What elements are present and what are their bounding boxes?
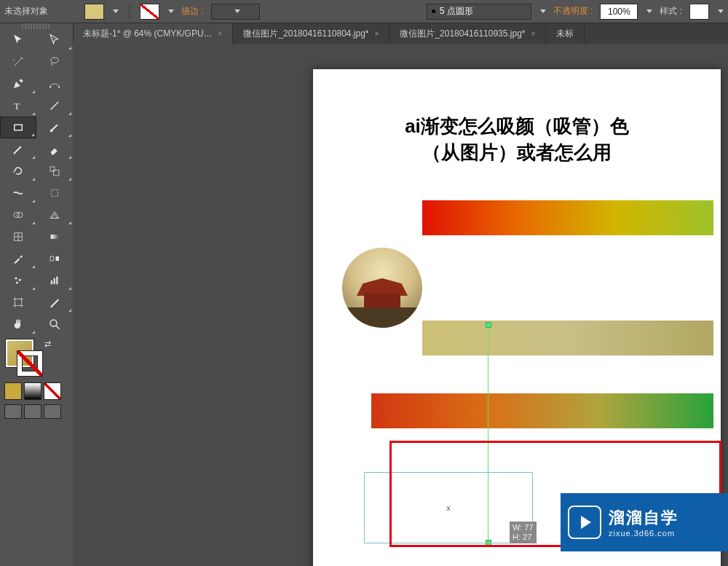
gradient-bar-1[interactable] <box>422 200 713 235</box>
svg-line-23 <box>56 326 60 329</box>
artwork-title: ai渐变怎么吸颜（吸管）色 （从图片）或者怎么用 <box>313 113 721 166</box>
artboard[interactable]: ai渐变怎么吸颜（吸管）色 （从图片）或者怎么用 x W: 77 H: 27 <box>313 69 721 566</box>
color-mode-none[interactable] <box>44 382 61 400</box>
tab-image-1[interactable]: 微信图片_20180416110804.jpg* × <box>233 23 389 44</box>
toolbox-panel: T ⇄ <box>0 23 74 566</box>
tab-image-2[interactable]: 微信图片_20180416110935.jpg* × <box>389 23 546 44</box>
tab-overflow[interactable]: 未标 <box>546 23 585 44</box>
opacity-arrow-icon[interactable] <box>646 9 652 13</box>
draw-inside[interactable] <box>44 404 61 419</box>
svg-point-16 <box>19 279 21 281</box>
pen-tool[interactable] <box>0 73 36 95</box>
svg-rect-20 <box>56 277 58 285</box>
watermark-url: zixue.3d66.com <box>609 529 678 538</box>
selection-tool[interactable] <box>0 29 36 51</box>
annotation-arrow-icon <box>73 44 291 153</box>
gradient-tool[interactable] <box>36 226 73 248</box>
column-graph-tool[interactable] <box>36 270 73 291</box>
fill-swatch[interactable] <box>84 4 104 20</box>
swap-fill-stroke-icon[interactable]: ⇄ <box>44 339 51 349</box>
paintbrush-tool[interactable] <box>36 117 73 138</box>
svg-point-10 <box>17 212 23 218</box>
artboard-tool[interactable] <box>0 291 36 313</box>
blend-tool[interactable] <box>36 248 73 270</box>
svg-rect-14 <box>56 256 60 261</box>
close-icon[interactable]: × <box>375 30 379 38</box>
svg-rect-5 <box>15 125 23 130</box>
svg-point-0 <box>51 58 59 63</box>
style-arrow-icon[interactable] <box>718 9 724 13</box>
fill-menu-arrow-icon[interactable] <box>113 9 119 13</box>
svg-point-2 <box>58 86 60 87</box>
zoom-tool[interactable] <box>36 313 73 335</box>
svg-rect-21 <box>15 299 22 306</box>
draw-behind[interactable] <box>24 404 41 419</box>
svg-line-4 <box>51 102 59 110</box>
control-bar: 未选择对象 描边 : 5 点圆形 不透明度 : 100% 样式 : <box>0 0 728 23</box>
color-mode-row <box>0 380 73 403</box>
stroke-box[interactable] <box>17 351 42 376</box>
mesh-tool[interactable] <box>0 226 36 248</box>
tab-label: 微信图片_20180416110935.jpg* <box>400 28 525 40</box>
dimension-tooltip: W: 77 H: 27 <box>510 522 537 543</box>
lasso-tool[interactable] <box>36 51 73 73</box>
fill-stroke-indicator[interactable]: ⇄ <box>6 339 67 380</box>
draw-normal[interactable] <box>4 404 22 419</box>
brush-menu-arrow-icon[interactable] <box>540 9 546 13</box>
tab-label: 未标 <box>556 28 574 40</box>
svg-point-15 <box>15 278 17 280</box>
svg-rect-13 <box>50 256 54 261</box>
slice-tool[interactable] <box>36 291 73 313</box>
anchor-mark-icon: x <box>446 503 451 512</box>
close-icon[interactable]: × <box>531 30 535 38</box>
svg-rect-12 <box>51 235 59 239</box>
perspective-grid-tool[interactable] <box>36 204 73 226</box>
stroke-weight-input[interactable] <box>211 4 260 20</box>
selection-status: 未选择对象 <box>4 5 48 17</box>
shape-builder-tool[interactable] <box>0 204 36 226</box>
stroke-weight-stepper-icon[interactable] <box>234 9 240 13</box>
drawing-rectangle[interactable]: x <box>364 472 533 543</box>
style-swatch[interactable] <box>689 4 709 20</box>
canvas[interactable]: ai渐变怎么吸颜（吸管）色 （从图片）或者怎么用 x W: 77 H: 27 <box>73 44 728 566</box>
close-icon[interactable]: × <box>218 30 223 38</box>
stroke-label: 描边 : <box>181 5 204 17</box>
opacity-input[interactable]: 100% <box>600 4 638 20</box>
tab-untitled-1[interactable]: 未标题-1* @ 64% (CMYK/GPU… × <box>73 23 233 44</box>
hand-tool[interactable] <box>0 313 36 335</box>
direct-selection-tool[interactable] <box>36 29 73 51</box>
free-transform-tool[interactable] <box>36 182 73 204</box>
watermark-title: 溜溜自学 <box>609 507 678 529</box>
gradient-bar-3[interactable] <box>371 393 713 428</box>
stroke-swatch[interactable] <box>140 4 159 20</box>
panel-grip-icon[interactable] <box>22 23 51 29</box>
stroke-menu-arrow-icon[interactable] <box>168 9 174 13</box>
type-tool[interactable]: T <box>0 95 36 117</box>
gradient-bar-2[interactable] <box>422 321 713 355</box>
brush-preset-label: 5 点圆形 <box>440 5 473 17</box>
magic-wand-tool[interactable] <box>0 51 36 73</box>
svg-rect-6 <box>50 167 55 171</box>
document-tabs: 未标题-1* @ 64% (CMYK/GPU… × 微信图片_201804161… <box>73 23 728 44</box>
brush-preset-dropdown[interactable]: 5 点圆形 <box>427 4 531 20</box>
tab-label: 微信图片_20180416110804.jpg* <box>243 28 368 40</box>
line-segment-tool[interactable] <box>36 95 73 117</box>
svg-point-17 <box>16 282 18 284</box>
rotate-tool[interactable] <box>0 160 36 182</box>
curvature-tool[interactable] <box>36 73 73 95</box>
eyedropper-tool[interactable] <box>0 248 36 270</box>
svg-rect-8 <box>52 190 58 197</box>
tab-label: 未标题-1* @ 64% (CMYK/GPU… <box>83 28 213 40</box>
color-mode-solid[interactable] <box>4 382 22 400</box>
rectangle-tool[interactable] <box>0 117 36 138</box>
opacity-label: 不透明度 : <box>553 5 593 17</box>
eraser-tool[interactable] <box>36 138 73 160</box>
scale-tool[interactable] <box>36 160 73 182</box>
pencil-tool[interactable] <box>0 138 36 160</box>
svg-point-22 <box>50 320 57 326</box>
width-tool[interactable] <box>0 182 36 204</box>
color-mode-gradient[interactable] <box>24 382 41 400</box>
sample-image-circle[interactable] <box>342 248 422 328</box>
symbol-sprayer-tool[interactable] <box>0 270 36 291</box>
guide-handle-icon <box>486 322 491 328</box>
